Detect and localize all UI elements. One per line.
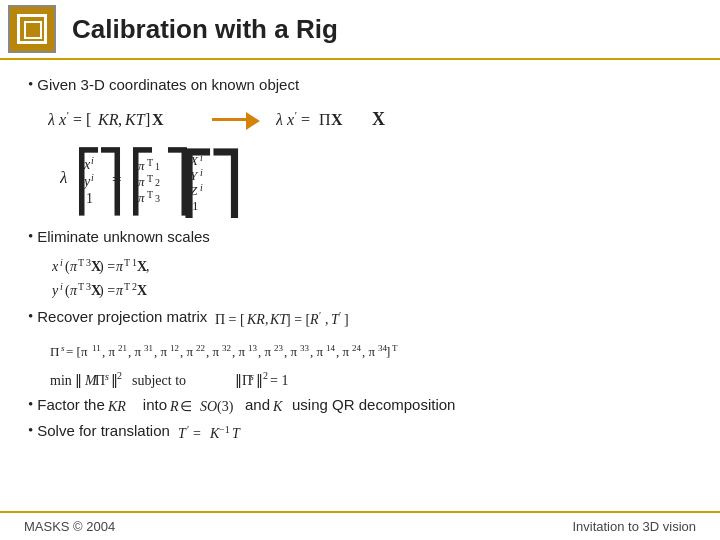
svg-text:Π: Π <box>95 373 105 388</box>
logo <box>8 5 56 53</box>
formula-lambda-pi: λ x ′ = Π X <box>276 105 356 133</box>
svg-text:π: π <box>70 259 78 274</box>
svg-text:21: 21 <box>118 343 127 353</box>
formula-translation: T ′ = K −1 T <box>178 422 268 444</box>
bullet-dot-4: • <box>28 396 33 413</box>
svg-text:i: i <box>91 155 94 166</box>
formula-eliminate-scales: x i ( π T 3 X ) = π T 1 X , y i ( π T 3 … <box>52 255 332 300</box>
svg-text:, π: , π <box>128 344 142 359</box>
svg-text:T: T <box>147 173 153 184</box>
svg-text:R: R <box>309 312 319 327</box>
svg-text:i: i <box>60 281 63 292</box>
formula-big-matrix: λ ⎡ x i y i 1 ⎤ = ⎡ π T 1 π T 2 <box>60 143 390 218</box>
svg-text:T: T <box>232 426 241 441</box>
svg-text:, π: , π <box>258 344 272 359</box>
svg-text:=: = <box>112 170 122 189</box>
svg-text:]: ] <box>145 111 150 128</box>
matrix-equation-row: λ ⎡ x i y i 1 ⎤ = ⎡ π T 1 π T 2 <box>60 143 696 218</box>
projection-formulas: Π s = [π 11 , π 21 , π 31 , π 12 , π 22 … <box>50 341 696 392</box>
svg-text:,: , <box>325 312 329 327</box>
svg-text:= [: = [ <box>73 111 91 128</box>
svg-text:1: 1 <box>155 161 160 172</box>
svg-text:π: π <box>138 174 145 189</box>
math-row-1: λ x ′ = [ KR , KT ] X λ x ′ = Π X X <box>48 105 696 133</box>
svg-text:31: 31 <box>144 343 153 353</box>
svg-text:3: 3 <box>155 193 160 204</box>
bullet-text-4a: Factor the <box>37 396 105 413</box>
svg-text:KR: KR <box>108 399 126 414</box>
formula-r-so3: R ∈ SO (3) <box>170 396 242 416</box>
svg-text:s: s <box>105 371 109 382</box>
svg-text:x: x <box>286 111 294 128</box>
svg-text:2: 2 <box>155 177 160 188</box>
svg-text:= 1: = 1 <box>270 373 288 388</box>
svg-text:32: 32 <box>222 343 231 353</box>
svg-text:y: y <box>82 174 91 189</box>
svg-text:s: s <box>61 343 65 353</box>
svg-text:T: T <box>78 257 84 268</box>
svg-text:1: 1 <box>192 198 199 213</box>
main-content: • Given 3-D coordinates on known object … <box>0 60 720 462</box>
svg-text:i: i <box>91 172 94 183</box>
svg-text:12: 12 <box>170 343 179 353</box>
svg-text:2: 2 <box>263 370 268 381</box>
eliminate-scales-formulas: x i ( π T 3 X ) = π T 1 X , y i ( π T 3 … <box>52 255 696 300</box>
svg-text:π: π <box>138 158 145 173</box>
svg-text:y: y <box>52 283 59 298</box>
svg-text:λ: λ <box>48 111 55 128</box>
formula-pi-s: Π s = [π 11 , π 21 , π 31 , π 12 , π 22 … <box>50 341 410 361</box>
svg-text:, π: , π <box>206 344 220 359</box>
svg-text:(3): (3) <box>217 399 234 415</box>
page-title: Calibration with a Rig <box>72 14 338 45</box>
svg-text:Π: Π <box>50 344 59 359</box>
bullet-text-1: Given 3-D coordinates on known object <box>37 76 299 93</box>
svg-text:13: 13 <box>248 343 258 353</box>
svg-text:T: T <box>124 281 130 292</box>
svg-text:] = [: ] = [ <box>286 312 311 327</box>
svg-text:) =: ) = <box>99 283 115 299</box>
bullet-text-4b: into <box>143 396 167 413</box>
svg-text:π: π <box>138 190 145 205</box>
svg-text:i: i <box>60 257 63 268</box>
bullet-text-5: Solve for translation <box>37 422 170 439</box>
svg-text:T: T <box>392 343 398 353</box>
svg-text:X: X <box>372 109 385 129</box>
svg-text:,: , <box>118 111 122 128</box>
logo-inner <box>17 14 47 44</box>
svg-text:‖: ‖ <box>256 373 263 388</box>
svg-text:K: K <box>273 399 283 414</box>
svg-text:π: π <box>116 259 124 274</box>
svg-text:,: , <box>146 259 150 274</box>
bullet-3: • Recover projection matrix Π = [ KR , K… <box>28 308 696 330</box>
svg-text:1: 1 <box>86 191 93 206</box>
svg-text:, π: , π <box>336 344 350 359</box>
footer-left: MASKS © 2004 <box>24 519 115 534</box>
bullet-dot-1: • <box>28 76 33 93</box>
svg-text:s: s <box>250 371 254 382</box>
svg-text:= [π: = [π <box>66 344 88 359</box>
svg-text:π: π <box>116 283 124 298</box>
svg-text:′: ′ <box>187 424 189 435</box>
svg-text:, π: , π <box>310 344 324 359</box>
svg-text:33: 33 <box>300 343 310 353</box>
footer: MASKS © 2004 Invitation to 3D vision <box>0 511 720 540</box>
footer-right: Invitation to 3D vision <box>572 519 696 534</box>
bullet-dot-3: • <box>28 308 33 325</box>
formula-min: min ‖ M Π s ‖ 2 subject to ‖Π s ‖ 2 = 1 <box>50 366 430 392</box>
svg-text:2: 2 <box>117 370 122 381</box>
svg-text:14: 14 <box>326 343 336 353</box>
svg-text:λ: λ <box>60 168 67 187</box>
formula-lambda-kr: λ x ′ = [ KR , KT ] X <box>48 105 196 133</box>
bullet-4: • Factor the KR into R ∈ SO (3) and K us… <box>28 396 696 416</box>
svg-text:Π: Π <box>319 111 331 128</box>
formula-kr: KR <box>108 396 140 416</box>
formula-x-label: X <box>372 105 392 133</box>
svg-text:22: 22 <box>196 343 205 353</box>
svg-text:−1: −1 <box>219 424 230 435</box>
svg-text:X: X <box>152 111 164 128</box>
svg-text:) =: ) = <box>99 259 115 275</box>
bullet-text-4d: using QR decomposition <box>292 396 455 413</box>
svg-text:′: ′ <box>294 109 297 121</box>
bullet-5: • Solve for translation T ′ = K −1 T <box>28 422 696 444</box>
svg-text:KR: KR <box>246 312 265 327</box>
